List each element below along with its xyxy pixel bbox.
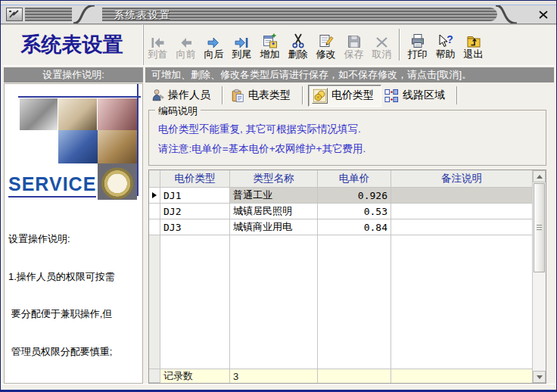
hint-line: 请注意:电单价=基本电价+农网维护+其它费用. [158,139,538,159]
grid-empty-cell [160,235,230,369]
tab-label: 电表类型 [248,89,291,102]
coding-notes-groupbox: 编码说明 电价类型不能重复, 其它可根据实际情况填写. 请注意:电单价=基本电价… [148,110,546,166]
instruction-line: 要分配便于兼职操作,但 [8,308,141,321]
help-button[interactable]: ? 帮助 [431,24,459,65]
footer-empty-cell [318,369,391,383]
tab-meter-types[interactable]: 电表类型 [228,86,297,105]
cell-note[interactable] [391,219,532,235]
window-title: 系统表设置 [114,8,171,22]
cell-note[interactable] [391,188,532,204]
area-boxes-icon [384,89,399,103]
add-record-icon: * [263,32,278,48]
tab-operators[interactable]: 操作人员 [148,86,217,104]
tab-label: 电价类型 [331,89,374,102]
instructions-block: 设置操作说明: 1.操作人员的权限可按需 要分配便于兼职操作,但 管理员权限分配… [5,208,142,384]
table-row[interactable]: DJ1 普通工业 0.926 [149,188,532,204]
collage-vline [137,84,138,196]
cell-name[interactable]: 城镇商业用电 [230,219,318,235]
titlebar-swoosh-right [490,5,520,23]
cell-code[interactable]: DJ1 [160,188,230,204]
help-cursor-icon: ? [437,32,454,48]
vertical-scrollbar[interactable] [532,170,546,383]
cell-code[interactable]: DJ3 [160,219,230,235]
tab-line-areas[interactable]: 线路区域 [381,86,452,105]
print-button[interactable]: 打印 [403,24,431,65]
footer-gutter [149,369,160,383]
cancel-button[interactable]: 取消 [368,24,396,65]
titlebar-stripes-left [25,8,72,21]
column-header-price-type[interactable]: 电价类型 [160,170,230,188]
record-count-value: 3 [230,369,318,383]
scrollbar-track[interactable] [533,272,546,371]
current-record-gutter [149,188,160,204]
cell-code[interactable]: DJ2 [160,204,230,219]
add-record-button[interactable]: * 增加 [256,24,284,65]
column-header-unit-price[interactable]: 电单价 [318,170,391,188]
save-button[interactable]: 保存 [340,24,368,65]
tab-price-types[interactable]: 电价类型 [308,85,381,107]
cell-price[interactable]: 0.926 [318,188,391,204]
exit-button[interactable]: 退出 [459,24,487,65]
next-record-button[interactable]: 向后 [200,24,228,65]
toolbar-label: 到首 [148,49,168,60]
close-icon [539,11,548,19]
instruction-line: 管理员权限分配要慎重; [8,346,141,359]
cell-price[interactable]: 0.53 [318,204,391,219]
cancel-x-icon [375,32,388,48]
notice-bar: 可增加、删除、修改各类型后请进行保存，如不保存修改，请点击[取消]。 [145,67,554,82]
current-record-marker-icon [152,192,157,198]
service-text: SERVICE [8,173,96,198]
cell-note[interactable] [391,204,532,219]
cell-price[interactable]: 0.84 [318,219,391,235]
tab-label: 线路区域 [403,89,445,102]
toolbar-label: 到尾 [232,49,252,60]
titlebar: 系统表设置 [1,5,556,24]
window-bottom-edge [1,384,556,392]
tab-label: 操作人员 [168,89,210,102]
table-row[interactable]: DJ2 城镇居民照明 0.53 [149,204,532,219]
price-types-grid: 电价类型 类型名称 电单价 备注说明 DJ1 普通工业 0.926 [148,170,546,384]
first-record-button[interactable]: 到首 [144,24,172,65]
sidebar-panel: SERVICE 设置操作说明: 1.操作人员的权限可按需 要分配便于兼职操作,但… [4,83,143,384]
titlebar-swoosh-left [72,5,104,23]
toolbar-label: 向后 [204,49,224,60]
scrollbar-thumb[interactable] [534,183,545,272]
toolbar-label: 打印 [408,49,428,60]
first-record-icon [151,32,165,48]
service-collage-image: SERVICE [5,84,142,204]
close-button[interactable] [537,8,550,20]
modify-record-button[interactable]: 修改 [312,24,340,65]
app-window: 系统表设置 系统表设置 到首 向前 向后 [0,0,557,392]
hint-line: 电价类型不能重复, 其它可根据实际情况填写. [158,120,538,139]
toolbar-label: 修改 [316,49,336,60]
modify-note-icon [319,32,334,48]
scroll-up-button[interactable] [533,170,546,182]
cell-name[interactable]: 城镇居民照明 [230,204,318,219]
collage-keyboard-image [58,130,98,163]
toolbar-label: 保存 [344,49,364,60]
table-row[interactable]: DJ3 城镇商业用电 0.84 [149,219,532,235]
main-panel: 操作人员 电表类型 [145,83,554,384]
header-bars: 设置操作说明: 可增加、删除、修改各类型后请进行保存，如不保存修改，请点击[取消… [1,67,556,82]
collage-hline [18,96,141,98]
delete-record-button[interactable]: 删除 [284,24,312,65]
scroll-down-icon [537,375,543,379]
exit-folder-icon [466,32,481,48]
grid-footer-row: 记录数 3 [149,369,532,383]
collage-materials-image [98,130,137,163]
delete-scissors-icon [291,32,306,48]
svg-text:*: * [272,41,275,48]
instruction-line: 2.电表类型按主要参数分 [8,383,141,384]
sidebar-header: 设置操作说明: [4,67,143,82]
prev-record-button[interactable]: 向前 [172,24,200,65]
toolbar: 系统表设置 到首 向前 向后 到尾 [1,24,556,66]
toolbar-label: 帮助 [436,49,456,60]
column-header-type-name[interactable]: 类型名称 [230,170,318,188]
column-header-note[interactable]: 备注说明 [391,170,532,188]
body: SERVICE 设置操作说明: 1.操作人员的权限可按需 要分配便于兼职操作,但… [1,82,556,384]
toolbar-label: 增加 [260,49,280,60]
scroll-down-button[interactable] [533,371,546,383]
grid-empty-gutter [149,235,160,369]
last-record-button[interactable]: 到尾 [228,24,256,65]
cell-name[interactable]: 普通工业 [230,188,318,204]
